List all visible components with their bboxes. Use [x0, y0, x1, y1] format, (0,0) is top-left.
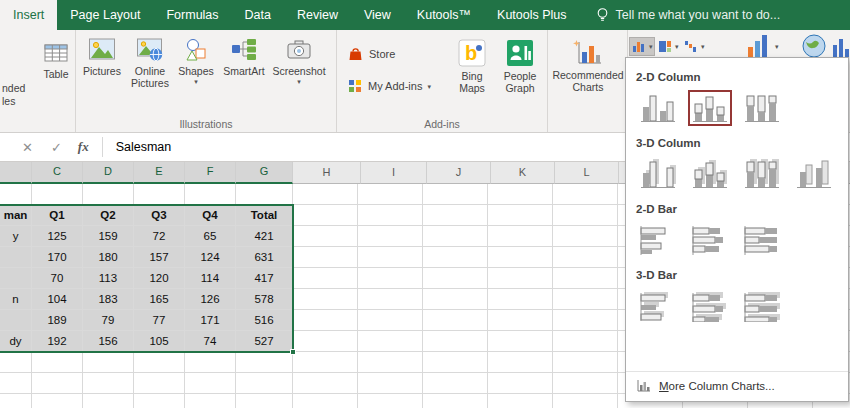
column-header-I[interactable]: I [361, 162, 427, 184]
stacked-column-icon[interactable] [688, 90, 732, 126]
3d-clustered-bar-icon[interactable] [636, 288, 680, 324]
cell[interactable]: 417 [236, 268, 293, 289]
cell[interactable]: Q2 [83, 205, 134, 226]
tell-me-box[interactable]: Tell me what you want to do... [596, 0, 781, 30]
cell[interactable]: Q4 [185, 205, 236, 226]
cell[interactable] [83, 373, 134, 394]
tab-view[interactable]: View [351, 0, 404, 30]
cell[interactable]: Q3 [134, 205, 185, 226]
cell[interactable]: 421 [236, 226, 293, 247]
cell[interactable]: 192 [32, 331, 83, 352]
3d-map-button[interactable] [800, 32, 828, 60]
shapes-button[interactable]: Shapes ▾ [176, 32, 216, 86]
cell[interactable] [134, 184, 185, 205]
cell[interactable]: 171 [185, 310, 236, 331]
my-addins-button[interactable]: My Add-ins ▾ [347, 78, 431, 94]
cell[interactable] [236, 352, 293, 373]
cell[interactable] [134, 394, 185, 408]
cell[interactable]: 516 [236, 310, 293, 331]
bing-maps-button[interactable]: b Bing Maps [449, 34, 495, 94]
cell[interactable] [134, 352, 185, 373]
cell[interactable] [236, 373, 293, 394]
stacked-bar-icon[interactable] [688, 222, 732, 258]
cell[interactable] [134, 373, 185, 394]
cell[interactable] [83, 394, 134, 408]
cell[interactable]: 125 [32, 226, 83, 247]
clustered-column-icon[interactable] [636, 90, 680, 126]
cell[interactable]: 74 [185, 331, 236, 352]
tab-formulas[interactable]: Formulas [153, 0, 231, 30]
cell[interactable]: 105 [134, 331, 185, 352]
cell[interactable]: 114 [185, 268, 236, 289]
tab-data[interactable]: Data [232, 0, 284, 30]
cell[interactable]: 170 [32, 247, 83, 268]
column-header-D[interactable]: D [83, 162, 134, 184]
column-header-G[interactable]: G [236, 162, 293, 184]
cell[interactable] [185, 373, 236, 394]
table-button[interactable]: Table [38, 36, 74, 80]
tab-review[interactable]: Review [284, 0, 351, 30]
cancel-button[interactable]: ✕ [22, 140, 33, 155]
cell[interactable]: 631 [236, 247, 293, 268]
pictures-button[interactable]: Pictures [80, 32, 124, 77]
cell[interactable]: 159 [83, 226, 134, 247]
enter-button[interactable]: ✓ [51, 140, 62, 155]
cell-name-partial[interactable]: man [0, 205, 32, 226]
column-header-H[interactable]: H [293, 162, 361, 184]
insert-column-or-bar-chart-button[interactable]: ▾ [630, 38, 654, 55]
column-header-J[interactable]: J [427, 162, 491, 184]
cell[interactable] [83, 184, 134, 205]
cell[interactable]: 79 [83, 310, 134, 331]
cell[interactable]: 72 [134, 226, 185, 247]
cell[interactable] [32, 373, 83, 394]
cell[interactable]: Q1 [32, 205, 83, 226]
cell[interactable] [236, 394, 293, 408]
column-header-partial[interactable] [0, 162, 32, 184]
cell[interactable] [185, 184, 236, 205]
people-graph-button[interactable]: People Graph [497, 34, 543, 94]
cell[interactable]: 189 [32, 310, 83, 331]
fill-handle[interactable] [290, 349, 296, 355]
column-header-F[interactable]: F [185, 162, 236, 184]
cell[interactable]: 180 [83, 247, 134, 268]
sparkline-button[interactable] [830, 32, 850, 60]
cell-name-partial[interactable] [0, 310, 32, 331]
cell[interactable]: 156 [83, 331, 134, 352]
100-stacked-bar-icon[interactable] [740, 222, 784, 258]
more-column-charts-item[interactable]: More Column Charts... [626, 371, 848, 401]
insert-function-button[interactable]: fx [78, 139, 89, 155]
insert-hierarchy-chart-button[interactable]: ▾ [656, 38, 680, 55]
tab-page-layout[interactable]: Page Layout [57, 0, 153, 30]
cell[interactable]: 77 [134, 310, 185, 331]
cell[interactable]: 104 [32, 289, 83, 310]
cell[interactable]: 113 [83, 268, 134, 289]
cell[interactable] [0, 352, 32, 373]
cell[interactable]: 527 [236, 331, 293, 352]
column-header-C[interactable]: C [32, 162, 83, 184]
cell-name-partial[interactable]: dy [0, 331, 32, 352]
cell[interactable] [0, 184, 32, 205]
recommended-charts-button[interactable]: Recommended Charts [556, 34, 620, 93]
cell-name-partial[interactable]: y [0, 226, 32, 247]
cell[interactable] [83, 352, 134, 373]
100-stacked-column-icon[interactable] [740, 90, 784, 126]
column-header-L[interactable]: L [555, 162, 619, 184]
formula-input[interactable]: Salesman [116, 140, 172, 154]
cell[interactable] [236, 184, 293, 205]
screenshot-button[interactable]: Screenshot ▾ [272, 32, 326, 86]
online-pictures-button[interactable]: Online Pictures [126, 32, 174, 89]
cell[interactable] [32, 352, 83, 373]
tab-kutools[interactable]: Kutools™ [404, 0, 484, 30]
tab-kutools-plus[interactable]: Kutools Plus [484, 0, 579, 30]
cell-name-partial[interactable] [0, 247, 32, 268]
cell[interactable]: 65 [185, 226, 236, 247]
cell[interactable]: Total [236, 205, 293, 226]
cell[interactable]: 578 [236, 289, 293, 310]
insert-waterfall-chart-button[interactable]: ▾ [682, 38, 706, 55]
cell[interactable] [32, 394, 83, 408]
3d-100-stacked-bar-icon[interactable] [740, 288, 784, 324]
cell[interactable]: 183 [83, 289, 134, 310]
cell[interactable]: 165 [134, 289, 185, 310]
cell[interactable]: 124 [185, 247, 236, 268]
cell-name-partial[interactable] [0, 268, 32, 289]
